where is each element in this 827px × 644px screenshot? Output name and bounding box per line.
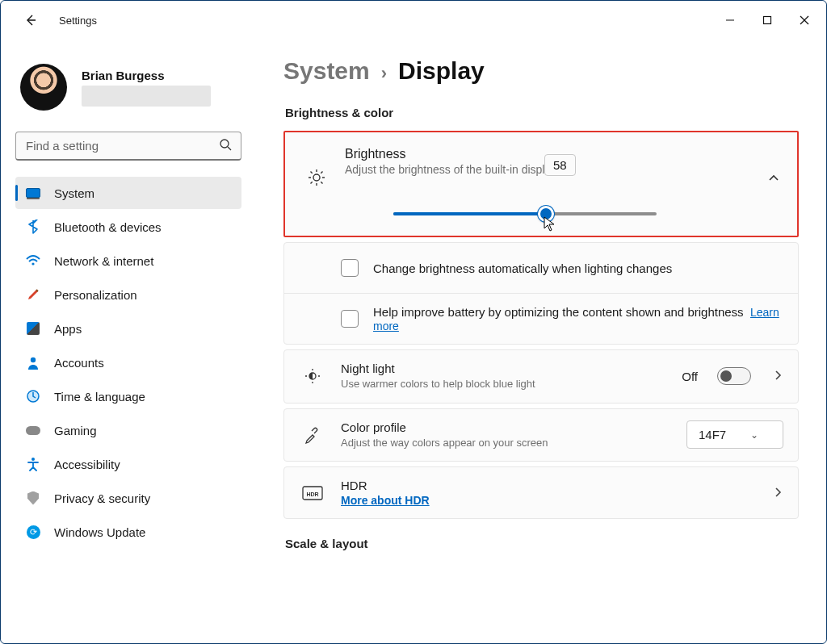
- user-profile[interactable]: Brian Burgess: [20, 64, 241, 111]
- breadcrumb-parent[interactable]: System: [283, 57, 370, 85]
- nav-item-accessibility[interactable]: Accessibility: [15, 448, 241, 480]
- arrow-left-icon: [24, 14, 37, 27]
- avatar: [20, 64, 67, 111]
- color-profile-title: Color profile: [341, 420, 672, 434]
- minimize-icon: [725, 15, 735, 25]
- nav-label: System: [54, 186, 94, 200]
- svg-text:HDR: HDR: [306, 491, 318, 496]
- maximize-button[interactable]: [749, 4, 786, 36]
- window-controls: [712, 4, 823, 36]
- nav-label: Accessibility: [54, 458, 120, 471]
- person-icon: [25, 354, 41, 370]
- sun-icon: [303, 147, 330, 187]
- nav-label: Bluetooth & devices: [54, 220, 162, 234]
- checkbox-auto-brightness[interactable]: [341, 259, 359, 277]
- night-light-icon: [299, 366, 326, 386]
- slider-fill: [393, 212, 546, 215]
- gamepad-icon: [25, 422, 41, 438]
- hdr-title: HDR: [341, 479, 759, 492]
- user-email-redacted: [82, 86, 211, 107]
- svg-point-7: [31, 357, 36, 362]
- sidebar: Brian Burgess System Bluetooth & devices: [1, 40, 256, 643]
- svg-line-5: [228, 147, 231, 150]
- eyedropper-icon: [299, 426, 326, 444]
- nav-item-personalization[interactable]: Personalization: [15, 278, 241, 311]
- night-light-state: Off: [682, 370, 698, 383]
- minimize-button[interactable]: [712, 4, 749, 36]
- auto-brightness-label: Change brightness automatically when lig…: [373, 261, 783, 275]
- nav-item-privacy[interactable]: Privacy & security: [15, 482, 241, 514]
- nav-label: Accounts: [54, 356, 104, 370]
- hdr-more-link[interactable]: More about HDR: [341, 494, 759, 507]
- maximize-icon: [762, 15, 772, 25]
- nav-item-windows-update[interactable]: ⟳ Windows Update: [15, 516, 241, 548]
- section-scale-layout: Scale & layout: [285, 537, 799, 550]
- section-brightness-color: Brightness & color: [285, 106, 799, 119]
- nav-item-gaming[interactable]: Gaming: [15, 414, 241, 446]
- search-icon: [219, 138, 232, 154]
- chevron-up-icon: [768, 173, 779, 184]
- svg-point-9: [31, 458, 35, 461]
- night-light-toggle[interactable]: [717, 367, 751, 385]
- nav-item-time-language[interactable]: Time & language: [15, 380, 241, 412]
- collapse-button[interactable]: [768, 147, 779, 187]
- chevron-right-icon[interactable]: [774, 486, 783, 500]
- chevron-right-icon: ›: [381, 63, 387, 84]
- chevron-right-icon[interactable]: [774, 369, 783, 383]
- brightness-slider[interactable]: [393, 205, 657, 221]
- battery-optimize-row[interactable]: Help improve battery by optimizing the c…: [284, 293, 798, 344]
- app-title: Settings: [59, 15, 97, 27]
- title-bar: Settings: [1, 1, 826, 40]
- apps-icon: [25, 320, 41, 337]
- breadcrumb: System › Display: [283, 57, 799, 85]
- checkbox-battery-optimize[interactable]: [341, 310, 359, 328]
- svg-line-18: [321, 172, 322, 174]
- battery-optimize-text: Help improve battery by optimizing the c…: [373, 305, 744, 319]
- auto-brightness-row[interactable]: Change brightness automatically when lig…: [284, 243, 798, 293]
- nav-label: Personalization: [54, 288, 137, 302]
- svg-line-16: [321, 182, 322, 183]
- battery-optimize-label: Help improve battery by optimizing the c…: [373, 305, 783, 332]
- display-icon: [25, 185, 41, 201]
- night-light-card[interactable]: Night light Use warmer colors to help bl…: [283, 349, 799, 404]
- color-profile-card[interactable]: Color profile Adjust the way colors appe…: [283, 408, 799, 462]
- close-icon: [800, 15, 809, 25]
- search-wrap: [15, 132, 241, 161]
- nav-label: Privacy & security: [54, 491, 150, 505]
- color-profile-value: 14F7: [699, 428, 726, 441]
- hdr-card[interactable]: HDR HDR More about HDR: [283, 466, 799, 519]
- nav-item-network[interactable]: Network & internet: [15, 245, 241, 277]
- update-icon: ⟳: [25, 524, 41, 540]
- nav-label: Gaming: [54, 424, 97, 437]
- nav-item-system[interactable]: System: [15, 177, 241, 209]
- color-profile-select[interactable]: 14F7 ⌄: [686, 420, 783, 449]
- search-input[interactable]: [15, 132, 241, 161]
- color-profile-subtitle: Adjust the way colors appear on your scr…: [341, 436, 672, 450]
- main-content: System › Display Brightness & color Brig…: [256, 40, 826, 643]
- svg-rect-1: [764, 17, 771, 24]
- svg-point-4: [220, 140, 229, 148]
- nav-label: Windows Update: [54, 525, 145, 539]
- nav-item-apps[interactable]: Apps: [15, 312, 241, 345]
- shield-icon: [25, 490, 41, 506]
- chevron-down-icon: ⌄: [750, 429, 758, 441]
- svg-point-6: [31, 262, 34, 265]
- user-name: Brian Burgess: [82, 69, 211, 82]
- bluetooth-icon: [25, 219, 41, 235]
- back-button[interactable]: [17, 6, 44, 34]
- slider-thumb[interactable]: [538, 206, 554, 222]
- hdr-icon: HDR: [299, 486, 326, 500]
- brightness-card: Brightness Adjust the brightness of the …: [283, 131, 799, 237]
- night-light-title: Night light: [341, 362, 667, 375]
- accessibility-icon: [25, 456, 41, 472]
- nav-label: Network & internet: [54, 254, 153, 268]
- svg-point-10: [313, 174, 320, 181]
- brightness-value-tooltip: 58: [544, 154, 576, 176]
- brightness-options-card: Change brightness automatically when lig…: [283, 242, 799, 345]
- nav-item-bluetooth[interactable]: Bluetooth & devices: [15, 211, 241, 243]
- breadcrumb-current: Display: [398, 57, 485, 85]
- nav-label: Time & language: [54, 390, 145, 404]
- wifi-icon: [25, 253, 41, 269]
- nav-item-accounts[interactable]: Accounts: [15, 346, 241, 378]
- close-button[interactable]: [786, 4, 823, 36]
